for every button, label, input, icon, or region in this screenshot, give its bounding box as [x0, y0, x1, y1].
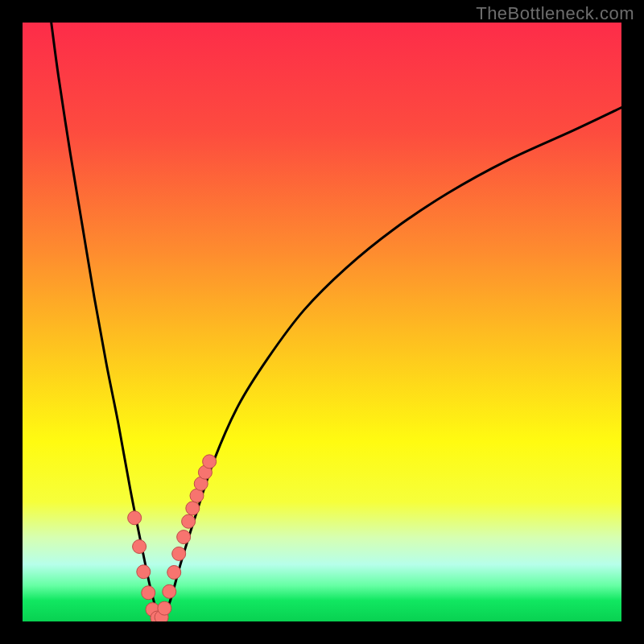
marker-point: [133, 540, 147, 554]
marker-point: [137, 565, 151, 579]
marker-point: [172, 547, 186, 560]
marker-point: [163, 584, 176, 598]
marker-point: [186, 502, 200, 515]
watermark-text: TheBottleneck.com: [476, 3, 634, 24]
marker-point: [167, 565, 181, 579]
chart-frame: TheBottleneck.com: [0, 0, 644, 644]
marker-point: [177, 530, 191, 544]
plot-area: [23, 23, 621, 621]
bottleneck-curve: [52, 23, 621, 619]
marker-point: [203, 455, 217, 469]
marker-point: [182, 514, 196, 528]
marker-point: [128, 511, 142, 525]
marker-point: [142, 586, 155, 600]
marker-point: [158, 601, 171, 615]
curve-layer: [23, 23, 621, 621]
